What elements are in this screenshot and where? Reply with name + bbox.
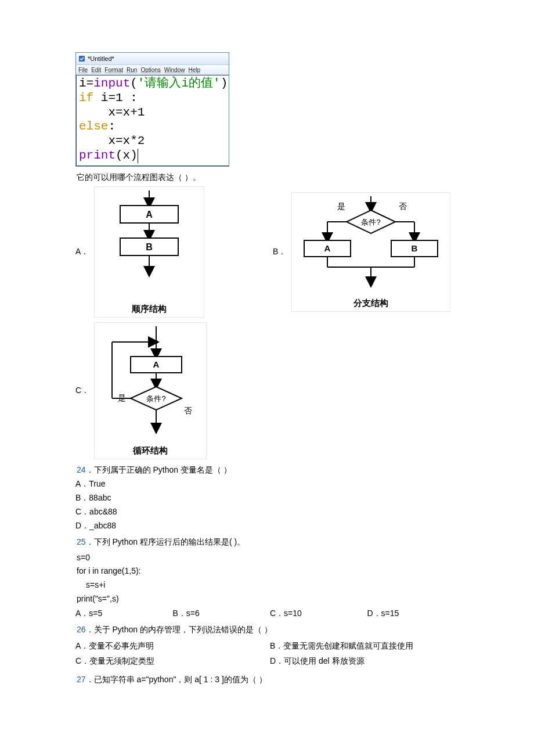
q23-opt-a-caption: 顺序结构 <box>98 304 200 315</box>
q26-num: 26 <box>77 625 86 634</box>
q26-opt-d: D．可以使用 del 释放资源 <box>270 656 464 667</box>
code-editor-window: *Untitled* File Edit Format Run Options … <box>75 52 229 167</box>
q25-opt-c: C．s=10 <box>270 609 367 619</box>
q24-opt-d: D．_abc88 <box>75 521 464 531</box>
menu-edit[interactable]: Edit <box>91 67 101 73</box>
q26-opt-a: A．变量不必事先声明 <box>75 641 270 651</box>
svg-text:条件?: 条件? <box>146 394 165 403</box>
q26-opt-c: C．变量无须制定类型 <box>75 656 270 667</box>
q24-num: 24 <box>77 465 86 474</box>
q23-opt-a-label: A． <box>75 247 94 257</box>
q24-opt-a: A．True <box>75 479 464 489</box>
q25-code: s=0 for i in range(1,5): s=s+i print("s=… <box>77 551 464 606</box>
q24-options: A．True B．88abc C．abc&88 D．_abc88 <box>75 479 464 531</box>
q27-num: 27 <box>77 675 86 684</box>
q25-opt-d: D．s=15 <box>367 609 465 619</box>
app-icon <box>78 55 85 62</box>
q25-stem: 25．下列 Python 程序运行后的输出结果是( )。 <box>77 537 464 548</box>
q26-options: A．变量不必事先声明 B．变量无需先创建和赋值就可直接使用 C．变量无须制定类型… <box>75 639 464 669</box>
menu-help[interactable]: Help <box>188 67 200 73</box>
svg-text:否: 否 <box>399 201 407 211</box>
q23-opt-b-caption: 分支结构 <box>295 298 446 309</box>
svg-text:否: 否 <box>184 406 192 415</box>
menu-options[interactable]: Options <box>140 67 160 73</box>
svg-text:B: B <box>412 243 418 253</box>
q25-opt-b: B．s=6 <box>173 609 270 619</box>
flowchart-branch: 条件? 是 否 A B <box>295 196 446 295</box>
menu-bar: File Edit Format Run Options Window Help <box>76 65 229 75</box>
q24-opt-c: C．abc&88 <box>75 507 464 517</box>
window-title: *Untitled* <box>88 55 114 62</box>
menu-format[interactable]: Format <box>104 67 123 73</box>
svg-text:B: B <box>146 242 153 252</box>
svg-text:是: 是 <box>337 201 345 211</box>
menu-window[interactable]: Window <box>164 67 185 73</box>
flowchart-sequence: A B <box>98 190 200 301</box>
q23-opt-c-caption: 循环结构 <box>98 445 203 456</box>
q26-opt-b: B．变量无需先创建和赋值就可直接使用 <box>270 641 464 651</box>
q23-stem: 它的可以用哪个流程图表达（ ）。 <box>77 172 464 183</box>
svg-text:A: A <box>153 359 160 369</box>
q23-opt-b-label: B． <box>273 247 291 257</box>
menu-run[interactable]: Run <box>127 67 137 73</box>
q24-stem: 24．下列属于正确的 Python 变量名是（ ） <box>77 465 464 476</box>
svg-text:A: A <box>324 243 331 253</box>
q24-opt-b: B．88abc <box>75 493 464 503</box>
q25-options: A．s=5 B．s=6 C．s=10 D．s=15 <box>75 609 464 619</box>
q23-opt-b-figure: 条件? 是 否 A B 分支结构 <box>291 192 450 312</box>
svg-text:A: A <box>146 210 153 219</box>
svg-text:条件?: 条件? <box>361 218 380 226</box>
flowchart-loop: A 条件? 是 否 <box>98 326 203 442</box>
q23-opt-c-figure: A 条件? 是 否 循环结构 <box>94 322 207 459</box>
q25-num: 25 <box>77 537 86 546</box>
menu-file[interactable]: File <box>78 67 88 73</box>
q23-opt-a-figure: A B 顺序结构 <box>94 186 204 318</box>
window-titlebar: *Untitled* <box>76 53 229 65</box>
code-body: i=input('请输入i的值') if i=1 : x=x+1 else: x… <box>76 75 229 166</box>
q26-stem: 26．关于 Python 的内存管理，下列说法错误的是（ ） <box>77 625 464 635</box>
q23-opt-c-label: C． <box>75 386 94 396</box>
q27-stem: 27．已知字符串 a="python"，则 a[ 1 : 3 ]的值为（ ） <box>77 675 464 685</box>
q25-opt-a: A．s=5 <box>75 609 173 619</box>
